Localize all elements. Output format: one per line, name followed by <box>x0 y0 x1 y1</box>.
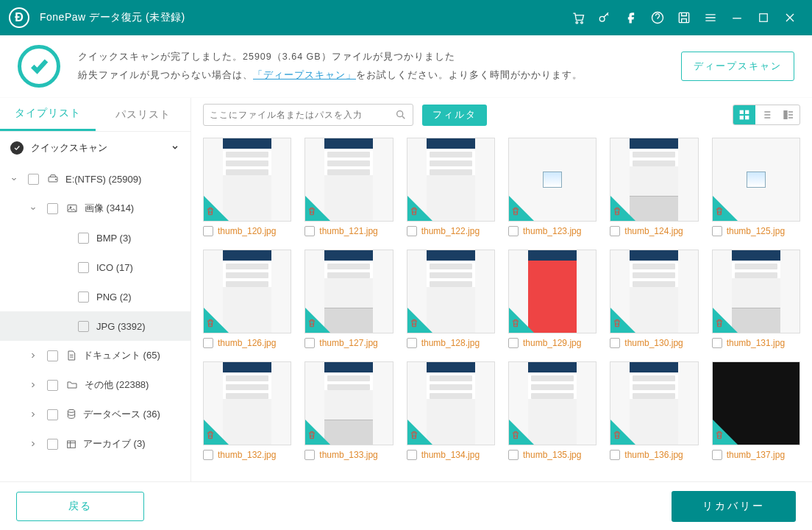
grid-item[interactable]: thumb_127.jpg <box>304 250 393 348</box>
thumbnail[interactable] <box>304 361 393 445</box>
thumbnail[interactable] <box>712 138 800 222</box>
close-icon[interactable] <box>777 0 803 35</box>
grid-item[interactable]: thumb_134.jpg <box>407 361 495 460</box>
tree-node[interactable]: E:(NTFS) (25909) <box>0 164 190 194</box>
grid-item[interactable]: thumb_137.jpg <box>712 361 800 460</box>
grid-item[interactable]: thumb_124.jpg <box>610 138 698 236</box>
tree-checkbox[interactable] <box>78 321 89 332</box>
item-checkbox[interactable] <box>203 226 213 236</box>
view-list-button[interactable] <box>755 105 777 124</box>
deep-scan-button[interactable]: ディープスキャン <box>681 52 794 81</box>
key-icon[interactable] <box>591 0 618 35</box>
grid-item[interactable]: thumb_128.jpg <box>407 250 495 348</box>
thumbnail[interactable] <box>508 250 596 333</box>
item-checkbox[interactable] <box>610 226 620 236</box>
thumbnail[interactable] <box>407 361 495 445</box>
tab-path-list[interactable]: パスリスト <box>96 98 191 131</box>
grid-item[interactable]: thumb_132.jpg <box>203 361 291 460</box>
recover-button[interactable]: リカバリー <box>672 491 796 522</box>
item-checkbox[interactable] <box>508 226 519 236</box>
thumbnail[interactable] <box>712 361 800 445</box>
grid-item[interactable]: thumb_131.jpg <box>712 250 800 348</box>
thumbnail[interactable] <box>304 250 393 333</box>
tree-node[interactable]: PNG (2) <box>0 282 190 311</box>
tree-checkbox[interactable] <box>47 350 58 361</box>
thumbnail[interactable] <box>508 361 596 445</box>
tree-node[interactable]: データベース (36) <box>0 400 190 429</box>
thumbnail[interactable] <box>610 138 698 222</box>
thumbnail[interactable] <box>610 361 698 445</box>
help-icon[interactable] <box>644 0 671 35</box>
grid-item[interactable]: thumb_130.jpg <box>610 250 698 348</box>
item-checkbox[interactable] <box>203 338 213 348</box>
item-checkbox[interactable] <box>610 450 620 460</box>
deep-scan-link[interactable]: 「ディープスキャン」 <box>253 70 356 80</box>
item-checkbox[interactable] <box>712 450 722 460</box>
item-checkbox[interactable] <box>407 338 417 348</box>
filter-button[interactable]: フィルタ <box>422 105 487 126</box>
tree-checkbox[interactable] <box>78 262 89 273</box>
grid-item[interactable]: thumb_136.jpg <box>610 361 698 460</box>
minimize-icon[interactable] <box>724 0 750 35</box>
thumbnail[interactable] <box>610 250 698 333</box>
save-icon[interactable] <box>671 0 697 35</box>
tab-type-list[interactable]: タイプリスト <box>0 98 96 131</box>
grid-item[interactable]: thumb_126.jpg <box>203 250 291 348</box>
back-button[interactable]: 戻る <box>16 492 144 521</box>
grid-item[interactable]: thumb_122.jpg <box>407 138 495 236</box>
item-checkbox[interactable] <box>203 450 213 460</box>
item-checkbox[interactable] <box>508 450 519 460</box>
expand-arrow-icon[interactable] <box>7 174 21 183</box>
tree-node[interactable]: BMP (3) <box>0 223 190 252</box>
item-checkbox[interactable] <box>508 338 519 348</box>
grid-item[interactable]: thumb_135.jpg <box>508 361 596 460</box>
tree-node[interactable]: JPG (3392) <box>0 311 190 341</box>
expand-arrow-icon[interactable] <box>26 439 40 448</box>
tree-node[interactable]: アーカイブ (3) <box>0 429 190 459</box>
item-checkbox[interactable] <box>304 338 315 348</box>
expand-arrow-icon[interactable] <box>26 410 40 419</box>
thumbnail[interactable] <box>203 138 291 222</box>
search-box[interactable] <box>203 104 413 126</box>
grid-item[interactable]: thumb_133.jpg <box>304 361 393 460</box>
view-grid-button[interactable] <box>733 105 755 124</box>
tree-checkbox[interactable] <box>47 380 58 391</box>
item-checkbox[interactable] <box>304 450 315 460</box>
thumbnail[interactable] <box>508 138 596 222</box>
tree-checkbox[interactable] <box>47 203 58 214</box>
thumbnail[interactable] <box>304 138 393 222</box>
tree-checkbox[interactable] <box>47 439 58 450</box>
tree-checkbox[interactable] <box>47 409 58 420</box>
expand-arrow-icon[interactable] <box>26 204 40 213</box>
tree-checkbox[interactable] <box>28 174 39 185</box>
tree-checkbox[interactable] <box>78 292 89 303</box>
item-checkbox[interactable] <box>712 226 722 236</box>
grid-item[interactable]: thumb_125.jpg <box>712 138 800 236</box>
item-checkbox[interactable] <box>407 226 417 236</box>
expand-arrow-icon[interactable] <box>26 351 40 360</box>
scan-section-header[interactable]: クイックスキャン <box>0 132 190 164</box>
facebook-icon[interactable] <box>618 0 644 35</box>
thumbnail[interactable] <box>407 250 495 333</box>
tree-node[interactable]: ICO (17) <box>0 252 190 282</box>
thumbnail[interactable] <box>712 250 800 333</box>
maximize-icon[interactable] <box>750 0 777 35</box>
thumbnail[interactable] <box>203 250 291 333</box>
tree-node[interactable]: その他 (22388) <box>0 370 190 400</box>
thumbnail[interactable] <box>407 138 495 222</box>
item-checkbox[interactable] <box>712 338 722 348</box>
cart-icon[interactable] <box>565 0 591 35</box>
tree-node[interactable]: 画像 (3414) <box>0 194 190 223</box>
search-input[interactable] <box>210 110 395 120</box>
item-checkbox[interactable] <box>304 226 315 236</box>
grid-item[interactable]: thumb_129.jpg <box>508 250 596 348</box>
item-checkbox[interactable] <box>610 338 620 348</box>
view-detail-button[interactable] <box>777 105 799 124</box>
item-checkbox[interactable] <box>407 450 417 460</box>
tree-checkbox[interactable] <box>78 233 89 244</box>
tree-node[interactable]: ドキュメント (65) <box>0 341 190 370</box>
thumbnail[interactable] <box>203 361 291 445</box>
menu-icon[interactable] <box>697 0 724 35</box>
chevron-down-icon[interactable] <box>170 142 180 155</box>
grid-item[interactable]: thumb_123.jpg <box>508 138 596 236</box>
